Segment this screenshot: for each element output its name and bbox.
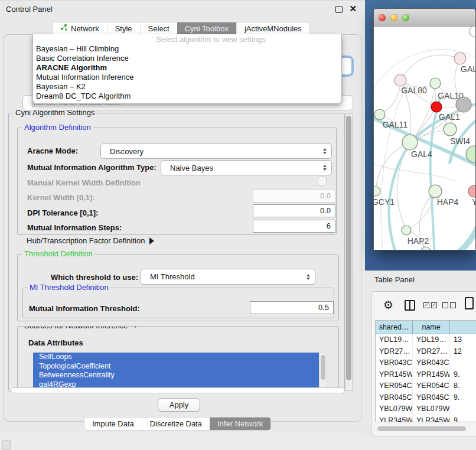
column-header[interactable]	[450, 321, 476, 334]
network-node-pink-top[interactable]	[454, 53, 466, 64]
algorithm-option[interactable]: Bayesian – K2	[33, 82, 341, 92]
aracne-mode-label: Aracne Mode:	[27, 146, 78, 155]
apply-button[interactable]: Apply	[158, 398, 200, 412]
network-view-window[interactable]: GALGAL80GAL10GAL1GAL11SWI4GAL4GCY1HAP4YH…	[373, 8, 476, 250]
which-threshold-label: Which threshold to use:	[51, 273, 138, 282]
mi-threshold-field[interactable]: 0.5	[250, 301, 334, 314]
attributes-scrollbar-thumb[interactable]	[321, 355, 325, 380]
table-row[interactable]: YPR145WYPR145W9.	[376, 369, 476, 381]
checkbox-checked: ✓	[423, 302, 429, 308]
table-row[interactable]: YLR345WYLR345W9.	[376, 415, 476, 423]
checked-boxes-icon[interactable]: ✓ ✓	[423, 302, 437, 308]
network-node-HAP2[interactable]	[402, 226, 411, 235]
network-node-GAL4[interactable]	[402, 135, 418, 150]
network-canvas[interactable]: GALGAL80GAL10GAL1GAL11SWI4GAL4GCY1HAP4YH…	[374, 27, 476, 250]
tab-cyni-toolbox[interactable]: Cyni Toolbox	[177, 22, 236, 35]
network-node-GAL11[interactable]	[374, 109, 385, 120]
table-row[interactable]: YER054CYER054C8.	[376, 380, 476, 392]
network-node-GAL80[interactable]	[395, 74, 406, 86]
attributes-scrollbar[interactable]	[319, 353, 327, 389]
network-node-pink-right[interactable]	[468, 185, 476, 197]
tab-discretize-data[interactable]: Discretize Data	[142, 418, 210, 430]
attribute-list-item[interactable]: SelfLoops	[33, 353, 319, 362]
table-row[interactable]: YBR043CYBR043C	[376, 357, 476, 369]
algorithm-option[interactable]: ARACNE Algorithm	[33, 63, 341, 73]
which-threshold-combobox[interactable]: MI Threshold	[141, 269, 315, 285]
network-node-gray[interactable]	[456, 97, 471, 112]
node-attribute-table[interactable]: shared…name YDL19…YDL19…13YDR27…YDR27…12…	[375, 320, 476, 422]
table-row[interactable]: YDR27…YDR27…12	[376, 346, 476, 358]
tab-impute-data[interactable]: Impute Data	[84, 418, 142, 430]
combo-arrows-icon	[307, 274, 310, 280]
settings-scrollbar-thumb[interactable]	[346, 116, 351, 380]
network-node-HAP4[interactable]	[429, 185, 442, 198]
collapse-down-icon[interactable]	[132, 326, 139, 328]
table-cell: 12	[450, 346, 476, 358]
float-window-icon[interactable]	[335, 6, 343, 13]
network-node-red[interactable]	[431, 102, 442, 112]
minimized-panel-icon[interactable]	[2, 441, 11, 449]
algorithm-option[interactable]: Basic Correlation Inference	[33, 54, 341, 63]
settings-scrollbar[interactable]	[345, 113, 353, 391]
column-header[interactable]: shared…	[376, 321, 413, 334]
network-node-GAL10[interactable]	[430, 78, 441, 89]
expand-right-icon	[149, 237, 154, 244]
network-window-titlebar[interactable]	[374, 9, 475, 27]
columns-icon[interactable]	[405, 300, 415, 311]
node-label-HAP2: HAP2	[407, 236, 429, 246]
node-label-pink-right: Y	[472, 197, 476, 207]
node-label-GCY1: GCY1	[374, 197, 395, 207]
tab-select[interactable]: Select	[140, 22, 177, 35]
table-row[interactable]: YBL079WYBL079W	[376, 403, 476, 415]
background-arc	[374, 162, 457, 181]
algorithm-option[interactable]: Dream8 DC_TDC Algorithm	[33, 92, 341, 101]
minimize-traffic-light[interactable]	[390, 14, 397, 21]
mi-steps-field[interactable]: 6	[253, 220, 335, 233]
table-cell	[450, 403, 476, 415]
tab-label: Network	[71, 22, 99, 35]
table-row[interactable]: YDL19…YDL19…13	[376, 334, 476, 346]
unchecked-boxes-icon[interactable]	[442, 302, 456, 308]
close-traffic-light[interactable]	[379, 14, 386, 21]
mi-threshold-title: MI Threshold Definition	[28, 283, 110, 292]
close-icon[interactable]: ✕	[349, 4, 357, 14]
network-node-GCY1[interactable]	[374, 187, 380, 196]
cyni-algorithm-settings-group: Cyni Algorithm Settings Algorithm Defini…	[8, 113, 345, 392]
algorithm-option[interactable]: Mutual Information Inference	[33, 73, 341, 82]
tab-label: Discretize Data	[150, 418, 202, 430]
manual-kernel-label: Manual Kernel Width Definition	[27, 178, 141, 187]
checkbox-empty	[450, 302, 456, 308]
network-edge	[397, 142, 410, 230]
network-edge	[400, 55, 460, 80]
network-node-bottom[interactable]	[421, 247, 431, 250]
gear-icon[interactable]: ⚙	[383, 298, 393, 312]
control-panel-title: Control Panel	[6, 1, 53, 18]
settings-horizontal-scrollbar[interactable]	[11, 387, 345, 393]
which-threshold-value: MI Threshold	[150, 272, 195, 281]
control-panel: Control Panel ✕ NetworkStyleSelectCyni T…	[0, 0, 365, 433]
tab-jactivemnodules[interactable]: jActiveMNodules	[236, 22, 309, 35]
tab-infer-network[interactable]: Infer Network	[210, 418, 270, 430]
manual-kernel-checkbox[interactable]	[318, 177, 327, 185]
attribute-list-item[interactable]: BetweennessCentrality	[33, 371, 319, 380]
aracne-mode-combobox[interactable]: Discovery	[100, 144, 332, 159]
network-node-GAL1[interactable]	[444, 123, 457, 136]
algorithm-option[interactable]: Bayesian – Hill Climbing	[33, 44, 341, 54]
table-horizontal-scrollbar[interactable]	[377, 426, 466, 431]
attribute-list-item[interactable]: TopologicalCoefficient	[33, 362, 319, 371]
background-arc	[381, 83, 409, 250]
table-row[interactable]: YBR045CYBR045C9.	[376, 392, 476, 404]
tab-network[interactable]: Network	[53, 22, 107, 35]
column-header[interactable]: name	[413, 321, 450, 334]
table-panel: Table Panel ⚙ ✓ ✓ shared…name YDL19…YDL1…	[365, 270, 476, 436]
algorithm-dropdown: Select algorithm to view settings Bayesi…	[32, 34, 342, 104]
dpi-tolerance-field[interactable]: 0.0	[253, 204, 335, 217]
tab-style[interactable]: Style	[107, 22, 140, 35]
hub-definition-toggle[interactable]: Hub/Transcription Factor Definition	[27, 236, 154, 245]
mi-type-combobox[interactable]: Naive Bayes	[161, 160, 332, 175]
network-node-top-white[interactable]	[470, 27, 476, 37]
zoom-traffic-light[interactable]	[402, 14, 409, 21]
kernel-width-field[interactable]: 0.0	[253, 190, 335, 203]
page-icon[interactable]	[465, 297, 474, 309]
network-graph: GALGAL80GAL10GAL1GAL11SWI4GAL4GCY1HAP4YH…	[374, 27, 476, 250]
